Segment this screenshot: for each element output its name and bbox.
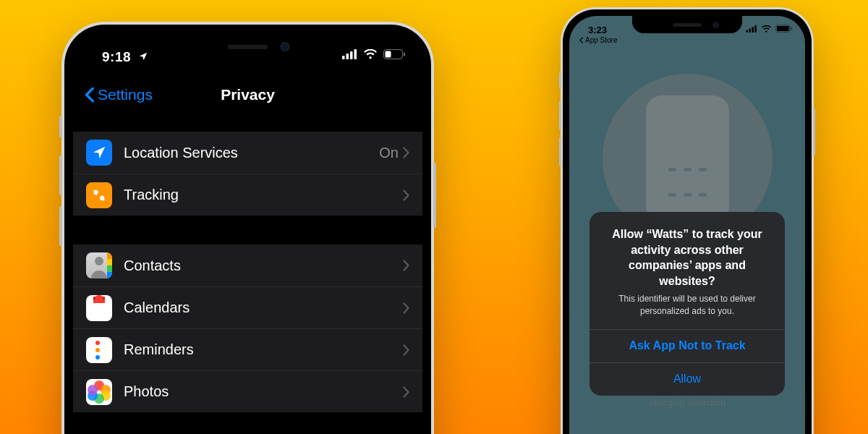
power-button[interactable] <box>813 109 815 156</box>
location-icon <box>86 140 112 166</box>
phone-right: Automatic charging detection, support fa… <box>561 7 814 434</box>
modal-overlay: Allow “Watts” to track your activity acr… <box>569 16 805 434</box>
dialog-message: This identifier will be used to deliver … <box>603 293 772 318</box>
chevron-right-icon <box>403 147 409 158</box>
settings-group-1: Location Services On Tracking <box>73 132 422 216</box>
row-label: Calendars <box>124 299 403 316</box>
contacts-icon <box>86 252 112 278</box>
allow-button[interactable]: Allow <box>590 362 785 396</box>
row-reminders[interactable]: Reminders <box>73 328 422 370</box>
dialog-title: Allow “Watts” to track your activity acr… <box>603 226 772 289</box>
row-label: Contacts <box>124 258 403 274</box>
row-label: Tracking <box>124 187 403 203</box>
screen-left: 9:18 Settings Privacy L <box>73 33 422 434</box>
nav-bar: Settings Privacy <box>73 75 422 114</box>
row-calendars[interactable]: Calendars <box>73 286 422 328</box>
volume-down-button[interactable] <box>559 137 561 166</box>
chevron-right-icon <box>403 260 409 271</box>
cellular-icon <box>342 49 357 59</box>
back-label: Settings <box>98 86 153 103</box>
phone-left: 9:18 Settings Privacy L <box>61 22 434 434</box>
volume-up-button[interactable] <box>559 101 561 130</box>
location-arrow-icon <box>138 51 148 61</box>
row-label: Photos <box>124 383 403 400</box>
chevron-right-icon <box>403 344 409 356</box>
tracking-icon <box>86 182 112 208</box>
row-tracking[interactable]: Tracking <box>73 174 422 216</box>
notch <box>174 33 322 58</box>
wifi-icon <box>363 49 378 59</box>
row-photos[interactable]: Photos <box>73 370 422 412</box>
volume-down-button[interactable] <box>59 206 62 246</box>
volume-up-button[interactable] <box>59 156 62 195</box>
photos-icon <box>86 379 112 405</box>
svg-rect-3 <box>354 49 357 59</box>
back-button[interactable]: Settings <box>85 86 153 103</box>
settings-list: Location Services On Tracking <box>73 132 422 412</box>
notch <box>632 16 742 33</box>
svg-rect-1 <box>346 54 349 59</box>
page-title: Privacy <box>221 86 275 103</box>
chevron-left-icon <box>85 87 95 103</box>
settings-group-2: Contacts Calendars <box>73 244 422 412</box>
row-location-services[interactable]: Location Services On <box>73 132 422 174</box>
reminders-icon <box>86 337 112 363</box>
row-value: On <box>379 145 399 161</box>
row-label: Location Services <box>124 145 379 161</box>
svg-rect-5 <box>386 51 391 58</box>
screen-right: Automatic charging detection, support fa… <box>569 16 805 434</box>
mute-switch[interactable] <box>59 116 62 137</box>
svg-rect-6 <box>404 53 405 56</box>
status-time: 9:18 <box>102 49 131 64</box>
calendar-icon <box>86 295 112 321</box>
mute-switch[interactable] <box>559 72 561 88</box>
row-label: Reminders <box>124 341 403 358</box>
power-button[interactable] <box>433 163 436 228</box>
battery-icon <box>383 49 405 59</box>
svg-rect-0 <box>342 56 345 59</box>
tracking-permission-dialog: Allow “Watts” to track your activity acr… <box>590 212 785 396</box>
chevron-right-icon <box>403 302 409 314</box>
row-contacts[interactable]: Contacts <box>73 244 422 286</box>
chevron-right-icon <box>403 386 409 398</box>
svg-rect-2 <box>350 51 353 59</box>
chevron-right-icon <box>403 190 409 201</box>
ask-not-to-track-button[interactable]: Ask App Not to Track <box>590 329 785 362</box>
